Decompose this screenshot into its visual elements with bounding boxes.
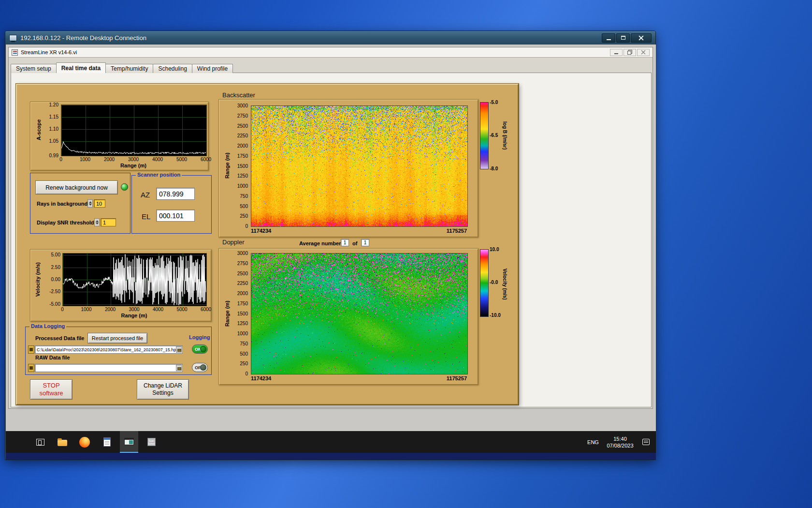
doppler-chart: Range (m) 300027502500225020001750150012… bbox=[218, 248, 478, 385]
doppler-x-labels: 1174234 1175257 bbox=[251, 375, 467, 382]
az-field[interactable]: 078.999 bbox=[156, 188, 195, 200]
x-tick-label: 6000 bbox=[201, 307, 211, 312]
x-tick-label: 4000 bbox=[152, 157, 163, 162]
app-title: StreamLine XR v14-6.vi bbox=[21, 49, 77, 55]
rays-spinner[interactable] bbox=[87, 199, 93, 208]
y-tick-label: 1.20 bbox=[49, 102, 58, 107]
processed-logging-toggle[interactable]: ON bbox=[192, 344, 208, 354]
path-type-icon[interactable] bbox=[28, 364, 34, 372]
y-tick-label: 500 bbox=[240, 351, 248, 356]
firefox-button[interactable] bbox=[75, 431, 94, 453]
browse-folder-icon[interactable] bbox=[176, 346, 182, 353]
path-type-icon[interactable] bbox=[28, 345, 34, 354]
backscatter-colorbar bbox=[480, 102, 489, 169]
tab-system-setup[interactable]: System setup bbox=[11, 64, 57, 73]
rdp-maximize-button[interactable] bbox=[616, 33, 630, 43]
backscatter-x-labels: 1174234 1175257 bbox=[251, 228, 467, 234]
raw-path-field[interactable] bbox=[35, 364, 183, 372]
ascope-plot bbox=[61, 105, 207, 156]
snr-threshold-label: Display SNR threshold bbox=[37, 220, 94, 225]
app-close-button[interactable] bbox=[637, 49, 650, 56]
doppler-cb-tick: -10.0 bbox=[490, 313, 501, 318]
y-tick-label: 2000 bbox=[237, 291, 248, 296]
renew-background-button[interactable]: Renew background now bbox=[35, 180, 118, 194]
y-tick-label: -2.50 bbox=[49, 289, 60, 294]
velocity-y-axis-label: Velocity (m/s) bbox=[34, 255, 41, 304]
minimize-icon bbox=[614, 53, 618, 54]
average-total-field[interactable]: 1 bbox=[361, 239, 369, 246]
processed-path-text: C:\Lidar\Data\Proc\2023\202308\20230807\… bbox=[37, 347, 177, 352]
processed-path-field[interactable]: C:\Lidar\Data\Proc\2023\202308\20230807\… bbox=[35, 345, 183, 354]
tab-scheduling[interactable]: Scheduling bbox=[153, 64, 192, 73]
x-tick-label: 5000 bbox=[176, 307, 187, 312]
y-tick-label: 0 bbox=[245, 371, 248, 376]
backscatter-y-ticks: 3000275025002250200017501500125010007505… bbox=[232, 105, 249, 226]
doppler-x-start: 1174234 bbox=[251, 375, 271, 381]
snr-value-field[interactable]: 1 bbox=[101, 218, 116, 226]
x-tick-label: 4000 bbox=[153, 307, 163, 312]
y-tick-label: 1750 bbox=[237, 153, 248, 158]
rays-value-field[interactable]: 10 bbox=[94, 199, 105, 208]
raw-logging-toggle[interactable]: OFF bbox=[192, 363, 208, 372]
notification-center-button[interactable] bbox=[639, 431, 652, 453]
y-tick-label: 0.00 bbox=[51, 277, 60, 282]
restart-processed-file-button[interactable]: Restart processed file bbox=[87, 333, 147, 344]
y-tick-label: 1500 bbox=[237, 311, 248, 316]
ascope-chart: A-scope 1.201.151.101.050.99 01000200030… bbox=[30, 102, 209, 171]
app-window-icon bbox=[124, 438, 134, 445]
backscatter-y-axis-label: Range (m) bbox=[224, 143, 231, 188]
y-tick-label: -5.00 bbox=[49, 301, 60, 306]
change-lidar-settings-button[interactable]: Change LiDAR Settings bbox=[137, 379, 189, 400]
stop-software-button[interactable]: STOP software bbox=[30, 379, 72, 400]
y-tick-label: 2250 bbox=[237, 133, 248, 138]
browse-folder-icon[interactable] bbox=[176, 365, 182, 371]
doppler-x-end: 1175257 bbox=[447, 375, 467, 381]
clock[interactable]: 15:40 07/08/2023 bbox=[603, 431, 637, 453]
front-panel: A-scope 1.201.151.101.050.99 01000200030… bbox=[16, 84, 519, 405]
tab-strip: System setup Real time data Temp/humidit… bbox=[11, 62, 232, 73]
file-explorer-button[interactable] bbox=[53, 431, 72, 453]
el-field[interactable]: 000.101 bbox=[156, 209, 195, 222]
remote-desktop-icon bbox=[9, 35, 17, 41]
processed-data-file-label: Processed Data file bbox=[35, 335, 85, 341]
snr-spinner[interactable] bbox=[94, 218, 100, 226]
language-indicator[interactable]: ENG bbox=[585, 431, 601, 453]
task-view-button[interactable] bbox=[31, 431, 49, 453]
rdp-close-button[interactable] bbox=[631, 33, 652, 43]
minimize-icon bbox=[607, 39, 611, 40]
velocity-y-ticks: 5.002.500.00-2.50-5.00 bbox=[43, 253, 61, 305]
y-tick-label: 1000 bbox=[237, 331, 248, 336]
toggle-knob bbox=[200, 346, 206, 352]
background-led bbox=[121, 183, 128, 191]
scan-scheduler-button[interactable]: ScanSched bbox=[142, 431, 160, 453]
backscatter-cb-tick: -8.0 bbox=[490, 166, 498, 171]
app-minimize-button[interactable] bbox=[610, 49, 623, 56]
y-tick-label: 0.99 bbox=[49, 153, 58, 158]
toggle-knob bbox=[200, 364, 206, 371]
tab-wind-profile[interactable]: Wind profile bbox=[192, 64, 233, 73]
x-tick-label: 0 bbox=[59, 157, 62, 162]
y-tick-label: 1.05 bbox=[49, 138, 58, 144]
velocity-chart: Velocity (m/s) 5.002.500.00-2.50-5.00 01… bbox=[30, 249, 212, 322]
document-icon bbox=[103, 437, 111, 447]
rdp-titlebar[interactable]: 192.168.0.122 - Remote Desktop Connectio… bbox=[5, 31, 655, 45]
tab-temp-humidity[interactable]: Temp/humidity bbox=[105, 64, 153, 73]
close-icon bbox=[641, 50, 646, 55]
app-restore-button[interactable] bbox=[624, 49, 636, 56]
x-tick-label: 2000 bbox=[104, 157, 115, 162]
average-number-field[interactable]: 1 bbox=[341, 239, 349, 246]
y-tick-label: 1.15 bbox=[49, 114, 58, 120]
document-app-button[interactable] bbox=[98, 431, 116, 453]
app-titlebar[interactable]: StreamLine XR v14-6.vi bbox=[9, 47, 652, 58]
tab-real-time-data[interactable]: Real time data bbox=[56, 62, 106, 73]
y-tick-label: 2500 bbox=[237, 123, 248, 128]
y-tick-label: 750 bbox=[240, 193, 248, 198]
doppler-cb-tick: 10.0 bbox=[490, 247, 499, 252]
backscatter-plot bbox=[251, 105, 468, 227]
doppler-cb-tick: -0.0 bbox=[490, 280, 498, 285]
streamline-app-button[interactable] bbox=[120, 431, 138, 453]
task-view-icon bbox=[36, 439, 44, 446]
rdp-minimize-button[interactable] bbox=[602, 33, 615, 43]
average-number-label: Average number bbox=[299, 240, 341, 246]
data-logging-group: Data Logging Processed Data file Restart… bbox=[25, 327, 212, 375]
